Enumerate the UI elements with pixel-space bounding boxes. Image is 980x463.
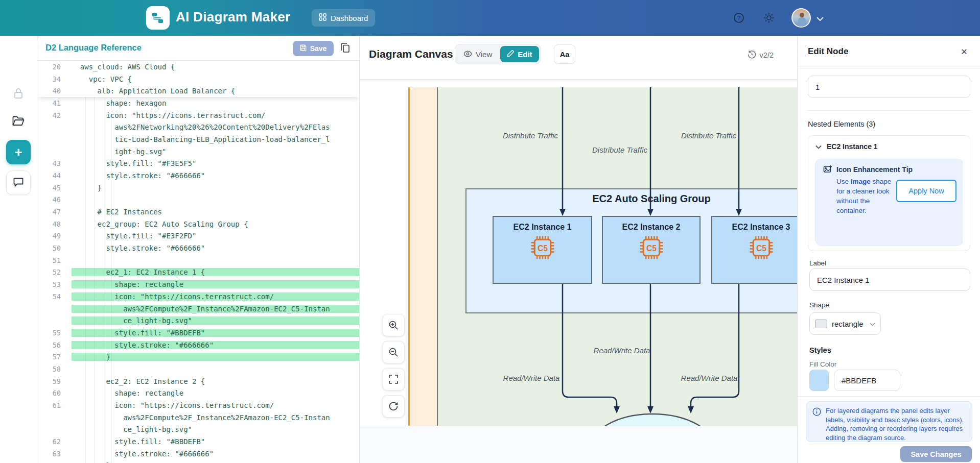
edit-tab[interactable]: Edit [500, 46, 539, 62]
code-line[interactable]: 51 [37, 254, 359, 266]
cpu-chip-icon: C5 [494, 233, 591, 264]
close-icon[interactable]: ✕ [958, 45, 971, 58]
save-label: Save [310, 44, 327, 53]
nested-item-label: EC2 Instance 1 [827, 142, 878, 151]
eye-icon [463, 50, 472, 59]
code-line[interactable]: aws%2FCompute%2F_Instance%2FAmazon-EC2_C… [37, 303, 359, 315]
code-line[interactable]: 60 shape: rectangle [37, 387, 359, 400]
panel-title: Edit Node [808, 46, 848, 57]
code-line[interactable]: 40 alb: Application Load Balancer { [37, 85, 359, 97]
node-label: EC2 Instance 2 [603, 223, 699, 232]
add-button[interactable]: + [6, 140, 31, 164]
code-lines[interactable]: 41 shape: hexagon42 icon: "https://icons… [37, 97, 359, 463]
save-changes-button[interactable]: Save Changes [900, 446, 972, 462]
code-line[interactable]: 46 [37, 194, 359, 206]
code-line[interactable]: ight-bg.svg" [37, 145, 359, 158]
user-avatar[interactable] [791, 8, 811, 28]
ec2-instance-1-node[interactable]: EC2 Instance 1 C5 [493, 216, 592, 284]
view-tab[interactable]: View [457, 46, 499, 62]
code-line[interactable]: 54 icon: "https://icons.terrastruct.com/ [37, 290, 359, 303]
ec2-instance-3-node[interactable]: EC2 Instance 3 C5 [711, 216, 797, 284]
help-icon[interactable]: ? [733, 12, 745, 24]
code-line[interactable]: 41 shape: hexagon [37, 97, 359, 109]
diagram-viewport[interactable]: EC2 Instance 1 C5 EC2 Instance 2 C5 EC2 … [360, 80, 797, 426]
chat-bubble-icon [13, 177, 24, 189]
edge-label: Distribute Traffic [503, 131, 558, 140]
icon-enhancement-tip: Icon Enhancement Tip Use image shape for… [815, 159, 963, 246]
code-sticky-context: 20 aws_cloud: AWS Cloud {34 vpc: VPC {40… [37, 61, 359, 97]
version-history[interactable]: v2/2 [748, 50, 774, 60]
fill-color-input[interactable] [834, 370, 900, 391]
code-line[interactable]: 55 style.fill: "#BBDEFB" [37, 327, 359, 339]
shape-select[interactable]: rectangle [809, 312, 881, 335]
code-line[interactable]: 58 [37, 363, 359, 375]
user-menu-chevron-down-icon[interactable] [816, 14, 829, 27]
code-line[interactable]: 62 style.fill: "#BBDEFB" [37, 435, 359, 448]
chat-button[interactable] [6, 170, 31, 195]
edge-label: Distribute Traffic [681, 131, 736, 140]
ec2-instance-2-node[interactable]: EC2 Instance 2 C5 [602, 216, 701, 284]
code-line[interactable]: 45 } [37, 182, 359, 194]
code-line[interactable]: 57 } [37, 351, 359, 363]
svg-text:C5: C5 [537, 244, 547, 253]
code-line[interactable]: 50 style.stroke: "#666666" [37, 242, 359, 254]
edge-label: Read/Write Data [503, 374, 560, 382]
avatar-figure [800, 13, 804, 17]
fill-color-swatch[interactable] [809, 370, 829, 391]
code-line[interactable]: 53 shape: rectangle [37, 278, 359, 290]
code-line[interactable]: 44 style.stroke: "#666666" [37, 169, 359, 182]
code-line[interactable]: aws%2FCompute%2F_Instance%2FAmazon-EC2_C… [37, 411, 359, 424]
folder-open-icon[interactable] [12, 115, 25, 129]
code-line[interactable]: 64 } [37, 460, 359, 463]
node-id-input[interactable] [808, 76, 970, 98]
dashboard-button[interactable]: Dashboard [312, 9, 375, 27]
save-button[interactable]: Save [293, 41, 334, 56]
app-logo-icon [146, 6, 170, 30]
app-header: AI Diagram Maker Dashboard ? [0, 0, 980, 36]
editor-header: D2 Language Reference Save [37, 36, 359, 61]
pencil-icon [507, 50, 514, 59]
code-line[interactable]: 61 icon: "https://icons.terrastruct.com/ [37, 399, 359, 411]
code-line[interactable]: 20 aws_cloud: AWS Cloud { [37, 61, 359, 73]
apply-now-button[interactable]: Apply Now [896, 180, 956, 202]
node-label: EC2 Instance 3 [712, 223, 797, 232]
rectangle-shape-icon [815, 320, 827, 328]
layers-info-box: For layered diagrams the panel edits lay… [806, 401, 972, 442]
theme-sun-icon[interactable] [763, 12, 775, 24]
code-line[interactable]: 42 icon: "https://icons.terrastruct.com/ [37, 109, 359, 121]
code-line[interactable]: aws%2FNetworking%20%26%20Content%20Deliv… [37, 121, 359, 133]
lock-icon[interactable] [13, 87, 24, 102]
fit-screen-button[interactable] [382, 368, 405, 391]
code-line[interactable]: 48 ec2_group: EC2 Auto Scaling Group { [37, 218, 359, 230]
label-field-label: Label [809, 259, 826, 267]
code-line[interactable]: 59 ec2_2: EC2 Instance 2 { [37, 375, 359, 387]
fill-color-label: Fill Color [809, 360, 836, 368]
code-line[interactable]: 47 # EC2 Instances [37, 206, 359, 218]
zoom-out-button[interactable] [382, 341, 405, 363]
info-icon [812, 407, 821, 418]
edit-node-panel: Edit Node ✕ Nested Elements (3) EC2 Inst… [797, 36, 980, 463]
code-line[interactable]: tic-Load-Balancing-ELB_Application-load-… [37, 133, 359, 145]
edge-label: Distribute Traffic [592, 145, 647, 154]
code-line[interactable]: 34 vpc: VPC { [37, 73, 359, 85]
zoom-in-button[interactable] [382, 314, 405, 336]
svg-text:C5: C5 [646, 244, 656, 253]
code-line[interactable]: 49 style.fill: "#E3F2FD" [37, 230, 359, 242]
nested-item-toggle[interactable]: EC2 Instance 1 [815, 142, 878, 151]
diagram-canvas-panel: Diagram Canvas View Edit Aa v2/2 EC2 Ins… [360, 36, 797, 463]
view-label: View [476, 50, 492, 59]
reset-view-button[interactable] [382, 395, 405, 418]
left-sidebar: + [0, 36, 37, 463]
code-line[interactable]: 56 style.stroke: "#666666" [37, 339, 359, 351]
code-line[interactable]: 43 style.fill: "#F3E5F5" [37, 157, 359, 169]
copy-icon[interactable] [339, 42, 351, 55]
font-style-button[interactable]: Aa [554, 44, 575, 64]
code-line[interactable]: ce_light-bg.svg" [37, 314, 359, 327]
code-line[interactable]: 52 ec2_1: EC2 Instance 1 { [37, 266, 359, 279]
label-input[interactable] [809, 269, 970, 291]
svg-text:?: ? [737, 15, 740, 21]
nested-element-card: EC2 Instance 1 Icon Enhancement Tip Use … [808, 135, 970, 251]
cpu-chip-icon: C5 [712, 233, 797, 264]
code-line[interactable]: 63 style.stroke: "#666666" [37, 448, 359, 460]
code-line[interactable]: ce_light-bg.svg" [37, 424, 359, 436]
